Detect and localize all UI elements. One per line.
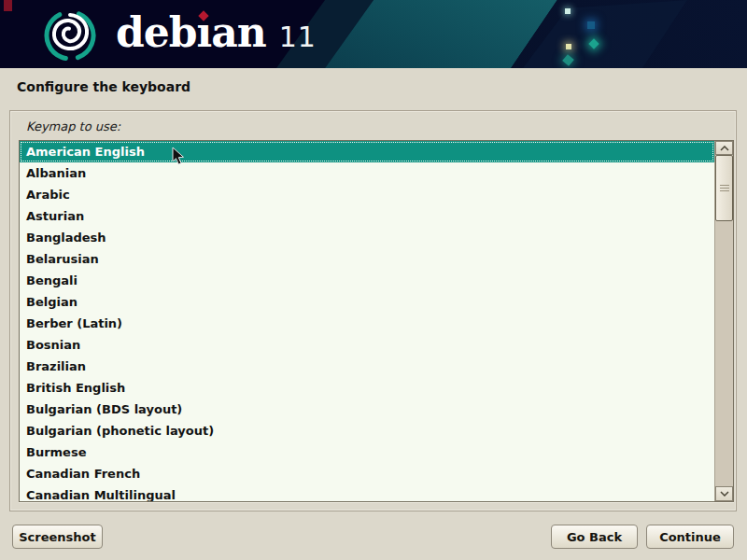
banner: debıan11 <box>0 0 747 68</box>
brand-post: an <box>211 8 266 56</box>
list-item[interactable]: Arabic <box>20 184 714 205</box>
continue-button[interactable]: Continue <box>646 525 734 549</box>
list-item[interactable]: Asturian <box>20 205 714 227</box>
keymap-list-rows: American English Albanian Arabic Asturia… <box>20 141 714 502</box>
list-item[interactable]: Albanian <box>20 162 714 184</box>
list-item[interactable]: Bosnian <box>20 334 714 356</box>
list-item[interactable]: Bengali <box>20 270 714 291</box>
scroll-up-button[interactable] <box>715 141 733 155</box>
brand-i: ı <box>197 8 212 56</box>
brand-wordmark: debıan11 <box>116 10 317 55</box>
list-item[interactable]: Canadian French <box>20 463 714 484</box>
keymap-list: American English Albanian Arabic Asturia… <box>19 140 734 502</box>
debian-logo-icon <box>41 4 99 65</box>
banner-glow-dot <box>565 8 571 14</box>
list-item[interactable]: Bulgarian (BDS layout) <box>20 399 714 420</box>
banner-accent-square <box>4 0 12 11</box>
list-item[interactable]: Canadian Multilingual <box>20 484 714 502</box>
list-item[interactable]: Belgian <box>20 291 714 313</box>
banner-glow-dot <box>566 44 571 49</box>
version-number: 11 <box>279 21 317 53</box>
list-item[interactable]: Brazilian <box>20 356 714 377</box>
list-item[interactable]: Burmese <box>20 441 714 463</box>
brand-text: debıan <box>116 8 266 56</box>
chevron-down-icon <box>720 491 729 497</box>
scrollbar[interactable] <box>714 141 733 501</box>
keymap-label: Keymap to use: <box>26 119 120 133</box>
list-item[interactable]: British English <box>20 377 714 399</box>
chevron-up-icon <box>720 146 729 151</box>
page-title: Configure the keyboard <box>17 79 190 94</box>
list-item[interactable]: Bulgarian (phonetic layout) <box>20 420 714 441</box>
mouse-cursor-icon <box>172 147 186 166</box>
brand-pre: deb <box>116 8 197 56</box>
list-item[interactable]: Belarusian <box>20 248 714 270</box>
scroll-thumb[interactable] <box>715 155 733 221</box>
screenshot-button[interactable]: Screenshot <box>12 525 103 549</box>
list-item[interactable]: Berber (Latin) <box>20 313 714 334</box>
go-back-button[interactable]: Go Back <box>551 525 638 549</box>
list-item[interactable]: American English <box>20 141 714 162</box>
banner-glow-dot <box>587 21 595 29</box>
list-item[interactable]: Bangladesh <box>20 227 714 248</box>
scroll-down-button[interactable] <box>715 486 733 501</box>
